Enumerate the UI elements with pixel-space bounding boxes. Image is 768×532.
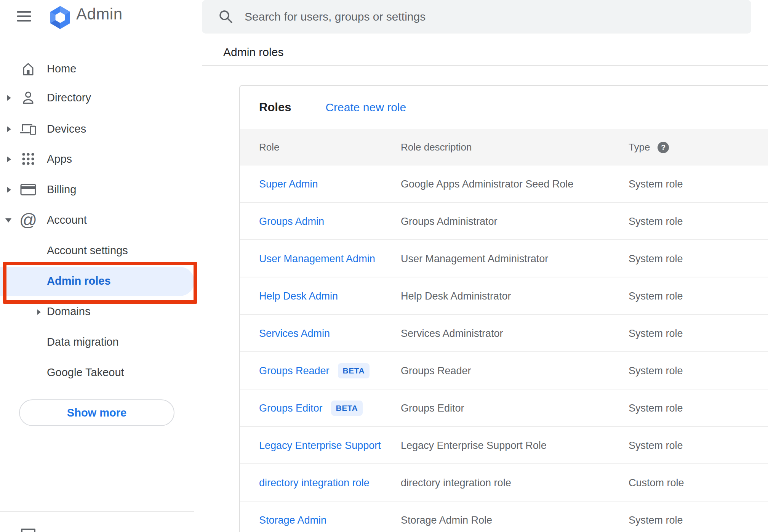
table-row: Legacy Enterprise Support Legacy Enterpr… <box>240 427 768 464</box>
role-type-cell: System role <box>629 427 683 464</box>
role-description-cell: Google Apps Administrator Seed Role <box>401 165 573 203</box>
column-header-role: Role <box>259 129 279 165</box>
search-input[interactable] <box>245 0 732 34</box>
sidebar-item-admin-roles[interactable]: Admin roles <box>0 270 194 292</box>
sidebar-item-billing[interactable]: Billing <box>0 179 194 200</box>
sidebar-item-data-migration[interactable]: Data migration <box>0 331 194 353</box>
role-link[interactable]: Legacy Enterprise Support <box>259 440 381 452</box>
role-description-cell: Groups Reader <box>401 352 471 389</box>
role-type-cell: System role <box>629 352 683 389</box>
roles-title: Roles <box>259 101 291 114</box>
beta-badge: BETA <box>331 401 363 416</box>
table-row: User Management Admin User Management Ad… <box>240 240 768 277</box>
role-link[interactable]: Services Admin <box>259 328 330 340</box>
create-new-role-link[interactable]: Create new role <box>325 101 406 114</box>
table-row: Groups Reader BETA Groups Reader System … <box>240 352 768 389</box>
roles-table-body: Super Admin Google Apps Administrator Se… <box>240 165 768 532</box>
beta-badge: BETA <box>338 363 370 378</box>
menu-icon[interactable] <box>17 11 32 22</box>
table-row: Groups Editor BETA Groups Editor System … <box>240 389 768 427</box>
hamburger-bars <box>17 11 32 22</box>
role-description-cell: Help Desk Administrator <box>401 277 511 315</box>
table-row: Services Admin Services Administrator Sy… <box>240 315 768 352</box>
roles-card-header: Roles Create new role <box>240 86 768 129</box>
table-row: Super Admin Google Apps Administrator Se… <box>240 165 768 203</box>
role-link[interactable]: directory integration role <box>259 477 370 489</box>
credit-card-icon <box>20 179 37 200</box>
table-row: Storage Admin Storage Admin Role System … <box>240 502 768 532</box>
apps-grid-icon <box>20 148 37 170</box>
expand-arrow-icon[interactable] <box>7 156 11 162</box>
collapse-arrow-icon[interactable] <box>5 218 11 223</box>
table-row: directory integration role directory int… <box>240 464 768 502</box>
partial-bottom-icon <box>21 529 35 532</box>
expand-arrow-icon[interactable] <box>7 126 11 132</box>
role-type-cell: System role <box>629 502 683 532</box>
help-icon[interactable]: ? <box>658 142 669 153</box>
role-description-cell: Groups Administrator <box>401 203 498 240</box>
expand-arrow-icon[interactable] <box>37 309 41 315</box>
role-type-cell: System role <box>629 389 683 427</box>
breadcrumb: Admin roles <box>223 46 283 59</box>
sidebar-item-devices[interactable]: Devices <box>0 118 194 139</box>
role-description-cell: User Management Administrator <box>401 240 548 277</box>
table-column-header: Role Role description Type ? <box>240 129 768 165</box>
role-description-cell: directory integration role <box>401 464 511 502</box>
sidebar-item-account[interactable]: @ Account <box>0 209 194 231</box>
devices-icon <box>20 118 37 139</box>
expand-arrow-icon[interactable] <box>7 187 11 193</box>
show-more-button[interactable]: Show more <box>19 399 174 426</box>
home-icon <box>20 58 37 79</box>
role-link[interactable]: Groups Reader <box>259 365 330 377</box>
sidebar-item-apps[interactable]: Apps <box>0 148 194 170</box>
sidebar-item-home[interactable]: Home <box>0 58 194 79</box>
role-link[interactable]: Help Desk Admin <box>259 290 338 302</box>
role-type-cell: System role <box>629 165 683 203</box>
role-description-cell: Storage Admin Role <box>401 502 492 532</box>
role-description-cell: Legacy Enterprise Support Role <box>401 427 547 464</box>
roles-card: Roles Create new role Role Role descript… <box>239 85 768 532</box>
column-header-type: Type <box>629 129 650 165</box>
expand-arrow-icon[interactable] <box>7 95 11 101</box>
role-type-cell: System role <box>629 240 683 277</box>
role-description-cell: Services Administrator <box>401 315 503 352</box>
sidebar-item-domains[interactable]: Domains <box>0 301 194 322</box>
role-type-cell: System role <box>629 203 683 240</box>
role-type-cell: System role <box>629 277 683 315</box>
sidebar-item-google-takeout[interactable]: Google Takeout <box>0 362 194 383</box>
at-sign-icon: @ <box>20 209 37 231</box>
role-link[interactable]: Super Admin <box>259 178 318 190</box>
sidebar-item-account-settings[interactable]: Account settings <box>0 240 194 261</box>
header-divider <box>202 65 768 66</box>
role-link[interactable]: User Management Admin <box>259 253 375 265</box>
admin-logo-icon <box>48 5 72 30</box>
role-link[interactable]: Groups Editor <box>259 402 323 414</box>
table-row: Groups Admin Groups Administrator System… <box>240 203 768 240</box>
column-header-description: Role description <box>401 129 472 165</box>
role-description-cell: Groups Editor <box>401 389 464 427</box>
role-type-cell: System role <box>629 315 683 352</box>
table-row: Help Desk Admin Help Desk Administrator … <box>240 277 768 315</box>
search-bar[interactable] <box>202 0 751 34</box>
sidebar-item-directory[interactable]: Directory <box>0 87 194 108</box>
sidebar-divider <box>0 511 194 512</box>
person-icon <box>20 87 37 108</box>
app-title: Admin <box>76 5 123 23</box>
role-type-cell: Custom role <box>629 464 684 502</box>
role-link[interactable]: Storage Admin <box>259 514 326 526</box>
search-icon <box>219 10 233 26</box>
role-link[interactable]: Groups Admin <box>259 216 324 228</box>
